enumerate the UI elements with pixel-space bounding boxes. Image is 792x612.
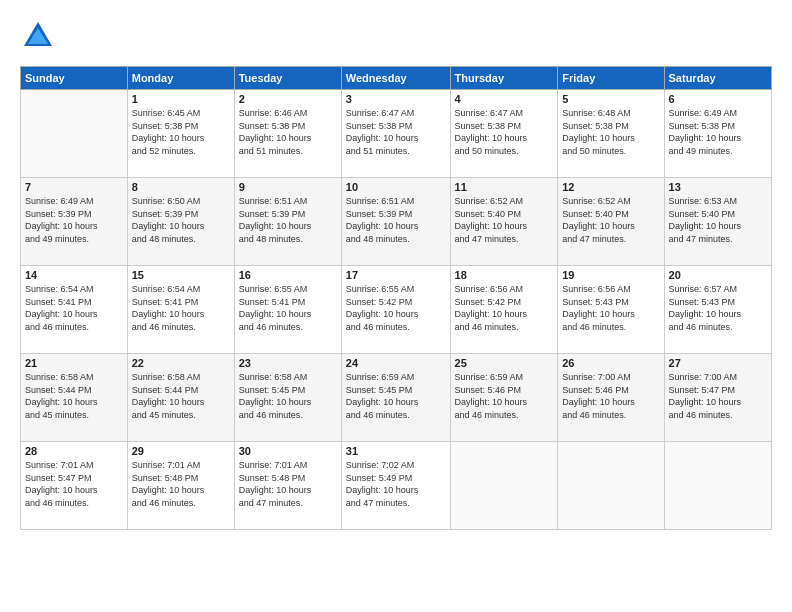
day-number: 21	[25, 357, 123, 369]
day-number: 9	[239, 181, 337, 193]
day-info: Sunrise: 6:50 AM Sunset: 5:39 PM Dayligh…	[132, 195, 230, 245]
day-info: Sunrise: 6:56 AM Sunset: 5:42 PM Dayligh…	[455, 283, 554, 333]
day-cell: 8Sunrise: 6:50 AM Sunset: 5:39 PM Daylig…	[127, 178, 234, 266]
day-cell: 10Sunrise: 6:51 AM Sunset: 5:39 PM Dayli…	[341, 178, 450, 266]
day-info: Sunrise: 6:47 AM Sunset: 5:38 PM Dayligh…	[455, 107, 554, 157]
day-info: Sunrise: 6:57 AM Sunset: 5:43 PM Dayligh…	[669, 283, 767, 333]
day-info: Sunrise: 7:01 AM Sunset: 5:48 PM Dayligh…	[132, 459, 230, 509]
day-info: Sunrise: 6:51 AM Sunset: 5:39 PM Dayligh…	[239, 195, 337, 245]
day-number: 29	[132, 445, 230, 457]
day-cell: 18Sunrise: 6:56 AM Sunset: 5:42 PM Dayli…	[450, 266, 558, 354]
day-info: Sunrise: 7:00 AM Sunset: 5:47 PM Dayligh…	[669, 371, 767, 421]
day-cell: 2Sunrise: 6:46 AM Sunset: 5:38 PM Daylig…	[234, 90, 341, 178]
column-header-monday: Monday	[127, 67, 234, 90]
week-row-4: 21Sunrise: 6:58 AM Sunset: 5:44 PM Dayli…	[21, 354, 772, 442]
day-info: Sunrise: 6:48 AM Sunset: 5:38 PM Dayligh…	[562, 107, 659, 157]
day-info: Sunrise: 6:51 AM Sunset: 5:39 PM Dayligh…	[346, 195, 446, 245]
day-number: 13	[669, 181, 767, 193]
day-number: 4	[455, 93, 554, 105]
day-info: Sunrise: 6:54 AM Sunset: 5:41 PM Dayligh…	[132, 283, 230, 333]
day-cell: 19Sunrise: 6:56 AM Sunset: 5:43 PM Dayli…	[558, 266, 664, 354]
day-cell: 5Sunrise: 6:48 AM Sunset: 5:38 PM Daylig…	[558, 90, 664, 178]
day-info: Sunrise: 6:52 AM Sunset: 5:40 PM Dayligh…	[455, 195, 554, 245]
day-cell: 30Sunrise: 7:01 AM Sunset: 5:48 PM Dayli…	[234, 442, 341, 530]
column-header-wednesday: Wednesday	[341, 67, 450, 90]
day-number: 5	[562, 93, 659, 105]
day-number: 24	[346, 357, 446, 369]
day-number: 3	[346, 93, 446, 105]
day-cell: 16Sunrise: 6:55 AM Sunset: 5:41 PM Dayli…	[234, 266, 341, 354]
day-cell: 26Sunrise: 7:00 AM Sunset: 5:46 PM Dayli…	[558, 354, 664, 442]
column-header-sunday: Sunday	[21, 67, 128, 90]
day-cell: 12Sunrise: 6:52 AM Sunset: 5:40 PM Dayli…	[558, 178, 664, 266]
day-cell: 23Sunrise: 6:58 AM Sunset: 5:45 PM Dayli…	[234, 354, 341, 442]
day-cell: 27Sunrise: 7:00 AM Sunset: 5:47 PM Dayli…	[664, 354, 771, 442]
day-number: 1	[132, 93, 230, 105]
column-header-friday: Friday	[558, 67, 664, 90]
day-info: Sunrise: 6:49 AM Sunset: 5:39 PM Dayligh…	[25, 195, 123, 245]
day-info: Sunrise: 6:56 AM Sunset: 5:43 PM Dayligh…	[562, 283, 659, 333]
day-info: Sunrise: 6:58 AM Sunset: 5:44 PM Dayligh…	[25, 371, 123, 421]
day-number: 27	[669, 357, 767, 369]
day-info: Sunrise: 7:01 AM Sunset: 5:47 PM Dayligh…	[25, 459, 123, 509]
day-cell: 24Sunrise: 6:59 AM Sunset: 5:45 PM Dayli…	[341, 354, 450, 442]
day-cell	[558, 442, 664, 530]
day-cell: 11Sunrise: 6:52 AM Sunset: 5:40 PM Dayli…	[450, 178, 558, 266]
calendar: SundayMondayTuesdayWednesdayThursdayFrid…	[20, 66, 772, 530]
day-number: 16	[239, 269, 337, 281]
day-info: Sunrise: 7:01 AM Sunset: 5:48 PM Dayligh…	[239, 459, 337, 509]
day-info: Sunrise: 7:00 AM Sunset: 5:46 PM Dayligh…	[562, 371, 659, 421]
day-number: 31	[346, 445, 446, 457]
day-info: Sunrise: 6:55 AM Sunset: 5:42 PM Dayligh…	[346, 283, 446, 333]
day-cell: 28Sunrise: 7:01 AM Sunset: 5:47 PM Dayli…	[21, 442, 128, 530]
day-cell: 22Sunrise: 6:58 AM Sunset: 5:44 PM Dayli…	[127, 354, 234, 442]
column-header-thursday: Thursday	[450, 67, 558, 90]
day-number: 28	[25, 445, 123, 457]
day-cell	[21, 90, 128, 178]
day-info: Sunrise: 6:58 AM Sunset: 5:45 PM Dayligh…	[239, 371, 337, 421]
day-number: 10	[346, 181, 446, 193]
day-number: 12	[562, 181, 659, 193]
column-header-tuesday: Tuesday	[234, 67, 341, 90]
day-cell	[664, 442, 771, 530]
logo-icon	[20, 18, 56, 58]
day-info: Sunrise: 6:46 AM Sunset: 5:38 PM Dayligh…	[239, 107, 337, 157]
day-number: 23	[239, 357, 337, 369]
day-info: Sunrise: 6:54 AM Sunset: 5:41 PM Dayligh…	[25, 283, 123, 333]
day-number: 30	[239, 445, 337, 457]
day-cell: 25Sunrise: 6:59 AM Sunset: 5:46 PM Dayli…	[450, 354, 558, 442]
day-cell	[450, 442, 558, 530]
day-number: 11	[455, 181, 554, 193]
day-info: Sunrise: 6:53 AM Sunset: 5:40 PM Dayligh…	[669, 195, 767, 245]
day-cell: 14Sunrise: 6:54 AM Sunset: 5:41 PM Dayli…	[21, 266, 128, 354]
day-cell: 1Sunrise: 6:45 AM Sunset: 5:38 PM Daylig…	[127, 90, 234, 178]
week-row-2: 7Sunrise: 6:49 AM Sunset: 5:39 PM Daylig…	[21, 178, 772, 266]
logo	[20, 18, 60, 58]
day-number: 20	[669, 269, 767, 281]
day-info: Sunrise: 6:59 AM Sunset: 5:46 PM Dayligh…	[455, 371, 554, 421]
day-number: 22	[132, 357, 230, 369]
day-number: 6	[669, 93, 767, 105]
day-cell: 9Sunrise: 6:51 AM Sunset: 5:39 PM Daylig…	[234, 178, 341, 266]
day-info: Sunrise: 6:59 AM Sunset: 5:45 PM Dayligh…	[346, 371, 446, 421]
day-cell: 21Sunrise: 6:58 AM Sunset: 5:44 PM Dayli…	[21, 354, 128, 442]
day-number: 7	[25, 181, 123, 193]
day-number: 17	[346, 269, 446, 281]
week-row-3: 14Sunrise: 6:54 AM Sunset: 5:41 PM Dayli…	[21, 266, 772, 354]
header-row: SundayMondayTuesdayWednesdayThursdayFrid…	[21, 67, 772, 90]
day-number: 14	[25, 269, 123, 281]
day-cell: 13Sunrise: 6:53 AM Sunset: 5:40 PM Dayli…	[664, 178, 771, 266]
day-info: Sunrise: 6:58 AM Sunset: 5:44 PM Dayligh…	[132, 371, 230, 421]
day-cell: 31Sunrise: 7:02 AM Sunset: 5:49 PM Dayli…	[341, 442, 450, 530]
day-number: 26	[562, 357, 659, 369]
day-cell: 6Sunrise: 6:49 AM Sunset: 5:38 PM Daylig…	[664, 90, 771, 178]
day-info: Sunrise: 7:02 AM Sunset: 5:49 PM Dayligh…	[346, 459, 446, 509]
header	[20, 18, 772, 58]
week-row-5: 28Sunrise: 7:01 AM Sunset: 5:47 PM Dayli…	[21, 442, 772, 530]
day-number: 25	[455, 357, 554, 369]
page: SundayMondayTuesdayWednesdayThursdayFrid…	[0, 0, 792, 612]
day-cell: 15Sunrise: 6:54 AM Sunset: 5:41 PM Dayli…	[127, 266, 234, 354]
day-info: Sunrise: 6:55 AM Sunset: 5:41 PM Dayligh…	[239, 283, 337, 333]
day-number: 19	[562, 269, 659, 281]
day-cell: 29Sunrise: 7:01 AM Sunset: 5:48 PM Dayli…	[127, 442, 234, 530]
